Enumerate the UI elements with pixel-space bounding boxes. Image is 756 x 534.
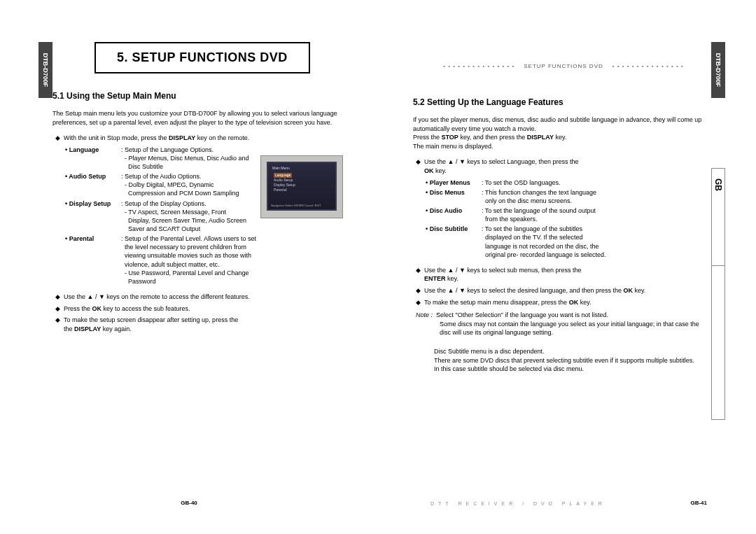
bullet-nav-keys: ◆Use the ▲ / ▼ keys on the remote to acc…: [52, 293, 346, 302]
section-5-1-intro: The Setup main menu lets you customize y…: [52, 109, 346, 127]
page-left: DTB-D700F 5. SETUP FUNCTIONS DVD 5.1 Usi…: [0, 0, 378, 534]
trailing-notes: Disc Subtitle menu is a disc dependent. …: [413, 347, 707, 374]
note-block: Note : Select "Other Selection" if the l…: [413, 311, 707, 337]
running-header: • • • • • • • • • • • • • • • SETUP FUNC…: [413, 63, 714, 69]
footer-spacer: DTT RECEIVER / DVD PLAYER: [430, 501, 606, 506]
page-number-right: GB-41: [690, 500, 707, 506]
bullet-disappear: ◆To make the setup screen disappear afte…: [52, 316, 346, 333]
bullet-desired-lang: ◆Use the ▲ / ▼ keys to select the desire…: [413, 286, 707, 295]
side-tab-right: DTB-D700F: [711, 42, 725, 98]
bullet-lang-ok: ◆Use the ▲ / ▼ keys to select Language, …: [413, 157, 707, 175]
section-5-2-title: 5.2 Setting Up the Language Features: [413, 97, 707, 107]
page-number-left: GB-40: [181, 500, 197, 506]
osd-screenshot: Main Menu Language Audio Setup Display S…: [260, 155, 343, 218]
bullet-main-disappear: ◆To make the setup main menu disappear, …: [413, 298, 707, 307]
option-table-left: • Language: Setup of the Language Option…: [65, 146, 268, 286]
option-table-right: • Player Menus: To set the OSD languages…: [426, 178, 707, 259]
section-5-2-intro: If you set the player menus, disc menus,…: [413, 115, 707, 150]
side-tab-left: DTB-D700F: [38, 42, 52, 98]
chapter-box: 5. SETUP FUNCTIONS DVD: [94, 42, 310, 73]
chapter-title: 5. SETUP FUNCTIONS DVD: [117, 50, 288, 64]
side-tab-extra: [711, 266, 725, 420]
bullet-sub-enter: ◆Use the ▲ / ▼ keys to select sub menus,…: [413, 266, 707, 283]
bullet-display-stop: ◆ With the unit in Stop mode, press the …: [52, 134, 346, 143]
page-right: DTB-D700F GB • • • • • • • • • • • • • •…: [378, 0, 756, 534]
side-tab-gb: GB: [711, 168, 725, 266]
bullet-ok-sub: ◆Press the OK key to access the sub feat…: [52, 304, 346, 314]
section-5-1-title: 5.1 Using the Setup Main Menu: [52, 91, 346, 101]
